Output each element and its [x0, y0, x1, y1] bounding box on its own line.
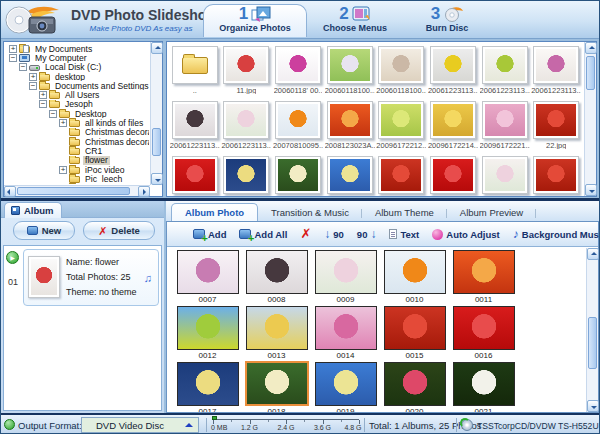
photo-thumb-item-20061223113[interactable]: 20061223113... [169, 97, 221, 152]
collapse-icon[interactable]: − [49, 110, 57, 118]
photo-thumb-item-20061223113[interactable]: 20061223113... [427, 42, 479, 97]
parent-folder-item[interactable]: .. [169, 42, 221, 97]
album-photo-item-0014[interactable]: 0014 [311, 304, 380, 360]
photo-thumb-item[interactable] [427, 152, 479, 196]
album-photo-item-0007[interactable]: 0007 [173, 248, 242, 304]
album-photo-label: 0013 [268, 351, 286, 360]
photo-thumb-item-11-jpg[interactable]: 11.jpg [221, 42, 273, 97]
rotate-right-button[interactable]: 90 ↓ [357, 229, 377, 240]
photo-thumb-item-20061223113[interactable]: 20061223113... [530, 42, 582, 97]
tree-item-documents-and-settings[interactable]: −Documents and Settings [5, 81, 149, 90]
photo-thumb-item[interactable] [479, 152, 531, 196]
browser-scroll-thumb[interactable] [586, 56, 595, 90]
expand-icon[interactable]: + [59, 119, 67, 127]
tree-item-my-computer[interactable]: −My Computer [5, 53, 149, 62]
album-photo-item-0009[interactable]: 0009 [311, 248, 380, 304]
tree-scroll-thumb[interactable] [152, 128, 161, 156]
album-photo-item-0019[interactable]: 0019 [311, 360, 380, 412]
photo-thumb-item[interactable] [221, 152, 273, 196]
photo-thumb-item-20060118-00[interactable]: 20060118' 00.. [272, 42, 324, 97]
tree-item-local-disk-c[interactable]: −Local Disk (C:) [5, 63, 149, 72]
tree-scroll-down-button[interactable] [151, 173, 163, 185]
tree-item-all-users[interactable]: +All Users [5, 90, 149, 99]
tree-item-flower[interactable]: flower [5, 156, 149, 165]
rotate-left-button[interactable]: ↓ 90 [324, 229, 344, 240]
step-organize-photos[interactable]: 1 Organize Photos [205, 4, 305, 37]
expand-icon[interactable]: + [29, 73, 37, 81]
album-grid-scroll-down-button[interactable] [587, 400, 599, 412]
album-tab[interactable]: Album [4, 202, 62, 218]
text-button[interactable]: Text [389, 229, 419, 240]
output-format-dropdown[interactable]: DVD Video Disc [81, 417, 199, 433]
album-photo-item-0011[interactable]: 0011 [449, 248, 518, 304]
photo-thumb-item-22-jpg[interactable]: 22.jpg [530, 97, 582, 152]
add-photo-button[interactable]: Add [193, 229, 226, 240]
photo-thumb-item-20060118100[interactable]: 20060118100... [376, 42, 428, 97]
collapse-icon[interactable]: − [39, 100, 47, 108]
remove-photo-button[interactable]: ✗ [300, 228, 311, 240]
photo-thumb-item-20096172212[interactable]: 20096172212... [376, 97, 428, 152]
photo-thumb-item[interactable] [376, 152, 428, 196]
photo-thumb-item-20061223113[interactable]: 20061223113... [221, 97, 273, 152]
photo-thumb-item[interactable] [272, 152, 324, 196]
browser-scroll-up-button[interactable] [585, 42, 597, 54]
tree-item-all-kinds-of-files[interactable]: +all kinds of files [5, 118, 149, 127]
photo-thumb-item-20096172221[interactable]: 20096172221... [479, 97, 531, 152]
photo-thumb-item[interactable] [530, 152, 582, 196]
tree-item-christmas-decoration1[interactable]: Christmas decoration1 [5, 128, 149, 137]
photo-thumb-image [278, 104, 318, 136]
expand-icon[interactable]: + [59, 166, 67, 174]
tree-item-desktop[interactable]: −Desktop [5, 109, 149, 118]
album-list-item[interactable]: Name: flower Total Photos: 25 Theme: no … [23, 249, 159, 306]
expand-icon[interactable]: + [9, 45, 17, 53]
photo-thumb-item-20070810095[interactable]: 20070810095... [272, 97, 324, 152]
tree-scroll-right-button[interactable] [138, 186, 150, 197]
collapse-icon[interactable]: − [9, 54, 17, 62]
tab-album-photo[interactable]: Album Photo [171, 203, 258, 221]
album-photo-item-0020[interactable]: 0020 [380, 360, 449, 412]
album-photo-item-0021[interactable]: 0021 [449, 360, 518, 412]
tree-item-jesoph[interactable]: −Jesoph [5, 100, 149, 109]
photo-thumb-item-2008123023a[interactable]: 2008123023A... [324, 97, 376, 152]
step-choose-menus[interactable]: 2 Choose Menus [309, 4, 401, 37]
tree-item-cr1[interactable]: CR1 [5, 146, 149, 155]
tree-item-sitemap-xml[interactable]: sitemap.xml [5, 183, 149, 184]
album-photo-item-0015[interactable]: 0015 [380, 304, 449, 360]
delete-album-button[interactable]: ✗ Delete [83, 221, 155, 240]
auto-adjust-button[interactable]: Auto Adjust [432, 229, 499, 240]
photo-thumb-item[interactable] [169, 152, 221, 196]
album-grid-scroll-up-button[interactable] [587, 248, 599, 260]
browser-scroll-down-button[interactable] [585, 184, 597, 196]
collapse-icon[interactable]: − [29, 82, 37, 90]
new-album-button[interactable]: New [13, 221, 75, 240]
tree-item-desktop[interactable]: +desktop [5, 72, 149, 81]
album-photo-item-0010[interactable]: 0010 [380, 248, 449, 304]
add-all-photos-button[interactable]: Add All [239, 229, 287, 240]
album-photo-item-0008[interactable]: 0008 [242, 248, 311, 304]
tree-hscroll-thumb[interactable] [17, 187, 130, 195]
album-photo-item-0017[interactable]: 0017 [173, 360, 242, 412]
tab-album-theme[interactable]: Album Theme [362, 205, 447, 221]
photo-thumb-item-20061223113[interactable]: 20061223113... [479, 42, 531, 97]
album-photo-item-0018[interactable]: 0018 [242, 360, 311, 412]
photo-thumb-item-20096172214[interactable]: 20096172214... [427, 97, 479, 152]
photo-thumb-item[interactable] [324, 152, 376, 196]
background-music-button[interactable]: ♪ Background Music [513, 229, 600, 240]
tree-item-ipoc-video[interactable]: +iPoc video [5, 165, 149, 174]
album-photo-item-0016[interactable]: 0016 [449, 304, 518, 360]
expand-icon[interactable]: + [39, 91, 47, 99]
album-grid-scroll-thumb[interactable] [588, 317, 597, 369]
tree-scroll-left-button[interactable] [4, 186, 16, 197]
album-play-button[interactable]: ▶ [6, 251, 19, 264]
tree-scroll-up-button[interactable] [151, 42, 163, 54]
album-photo-item-0012[interactable]: 0012 [173, 304, 242, 360]
tab-transition-music[interactable]: Transition & Music [258, 205, 362, 221]
album-photo-item-0013[interactable]: 0013 [242, 304, 311, 360]
step-burn-disc[interactable]: 3 Burn Disc [405, 4, 489, 37]
tab-album-preview[interactable]: Album Preview [447, 205, 536, 221]
collapse-icon[interactable]: − [19, 63, 27, 71]
photo-thumb-item-20060118100[interactable]: 20060118100... [324, 42, 376, 97]
tree-item-pic-leech[interactable]: Pic_leech [5, 174, 149, 183]
tree-item-christmas-decorations[interactable]: Christmas decorations [5, 137, 149, 146]
tree-item-my-documents[interactable]: +My Documents [5, 44, 149, 53]
